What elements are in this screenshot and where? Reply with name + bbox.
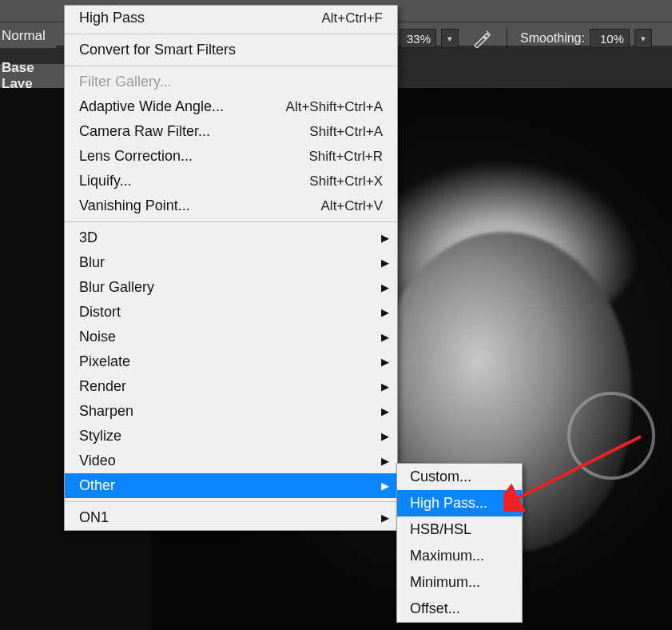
menu-item-camera-raw[interactable]: Camera Raw Filter... Shift+Ctrl+A [65,119,397,144]
menu-item-on1[interactable]: ON1 ▶ [65,505,397,530]
menu-item-vanishing-point[interactable]: Vanishing Point... Alt+Ctrl+V [65,193,397,218]
submenu-item-custom[interactable]: Custom... [397,464,522,490]
submenu-item-maximum[interactable]: Maximum... [397,543,522,569]
submenu-arrow-icon: ▶ [381,381,389,393]
submenu-item-high-pass[interactable]: High Pass... [397,490,522,516]
submenu-arrow-icon: ▶ [381,356,389,368]
menu-item-liquify[interactable]: Liquify... Shift+Ctrl+X [65,169,397,193]
zoom-dropdown[interactable]: ▾ [441,29,459,48]
submenu-arrow-icon: ▶ [381,512,389,524]
chevron-down-icon: ▾ [447,34,452,44]
submenu-item-minimum[interactable]: Minimum... [397,569,522,596]
smoothing-dropdown[interactable]: ▾ [634,29,652,48]
menu-item-other[interactable]: Other ▶ [65,473,397,498]
menu-item-blur[interactable]: Blur ▶ [65,250,397,275]
filter-other-submenu: Custom... High Pass... HSB/HSL Maximum..… [396,463,523,623]
menu-separator [65,66,397,66]
smoothing-value[interactable]: 10% [590,29,630,48]
menu-item-distort[interactable]: Distort ▶ [65,300,397,325]
submenu-arrow-icon: ▶ [381,257,389,269]
chevron-down-icon: ▾ [641,34,646,44]
divider [507,28,507,49]
blend-mode-select[interactable]: Normal [0,24,56,48]
menu-separator [65,221,397,222]
blend-mode-value: Normal [2,28,46,44]
menu-item-3d[interactable]: 3D ▶ [65,225,397,250]
menu-item-adaptive-wide-angle[interactable]: Adaptive Wide Angle... Alt+Shift+Ctrl+A [65,94,397,119]
submenu-arrow-icon: ▶ [381,405,389,417]
menu-item-stylize[interactable]: Stylize ▶ [65,424,397,449]
menu-item-render[interactable]: Render ▶ [65,374,397,399]
menu-separator [65,501,397,502]
submenu-item-hsb-hsl[interactable]: HSB/HSL [397,516,522,543]
smoothing-label: Smoothing: [520,31,585,46]
submenu-arrow-icon: ▶ [381,480,389,492]
zoom-value[interactable]: 33% [400,29,436,48]
submenu-arrow-icon: ▶ [381,455,389,467]
submenu-item-offset[interactable]: Offset... [397,596,522,622]
submenu-arrow-icon: ▶ [381,232,389,244]
menu-item-video[interactable]: Video ▶ [65,449,397,473]
submenu-arrow-icon: ▶ [381,430,389,442]
airbrush-icon[interactable] [470,26,494,50]
menu-item-filter-gallery[interactable]: Filter Gallery... [65,70,397,94]
menu-item-convert-smart[interactable]: Convert for Smart Filters [65,38,397,62]
menu-item-last-filter[interactable]: High Pass Alt+Ctrl+F [65,6,397,30]
menu-item-lens-correction[interactable]: Lens Correction... Shift+Ctrl+R [65,144,397,169]
menu-separator [65,34,397,34]
submenu-arrow-icon: ▶ [381,331,389,343]
filter-menu: High Pass Alt+Ctrl+F Convert for Smart F… [64,5,398,531]
submenu-arrow-icon: ▶ [381,306,389,318]
menu-item-noise[interactable]: Noise ▶ [65,325,397,349]
menu-item-sharpen[interactable]: Sharpen ▶ [65,399,397,424]
layer-name-strip: Base Laye [0,64,64,88]
menu-item-pixelate[interactable]: Pixelate ▶ [65,349,397,374]
menu-item-blur-gallery[interactable]: Blur Gallery ▶ [65,275,397,300]
submenu-arrow-icon: ▶ [381,281,389,293]
